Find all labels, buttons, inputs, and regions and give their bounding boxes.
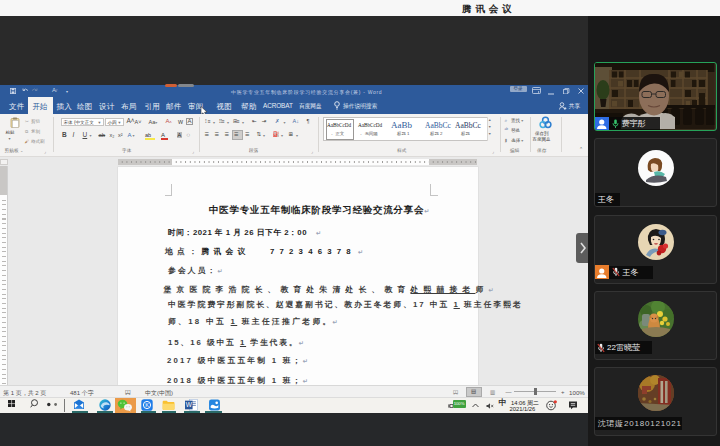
svg-text:W: W bbox=[186, 401, 193, 408]
svg-text:K: K bbox=[145, 402, 149, 408]
